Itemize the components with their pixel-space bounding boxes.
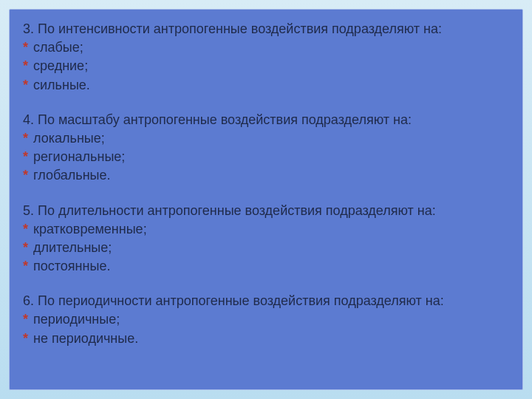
bullet-asterisk: *	[23, 148, 33, 166]
list-item-text: периодичные;	[33, 310, 120, 329]
bullet-asterisk: *	[23, 166, 33, 185]
section-heading: 5. По длительности антропогенные воздейс…	[23, 202, 509, 220]
list-item-text: слабые;	[33, 38, 83, 57]
section-6: 6. По периодичности антропогенные воздей…	[23, 292, 509, 348]
section-heading: 6. По периодичности антропогенные воздей…	[23, 292, 509, 310]
list-item-text: длительные;	[33, 239, 112, 257]
bullet-asterisk: *	[23, 220, 33, 239]
list-item: *слабые;	[23, 38, 509, 57]
bullet-asterisk: *	[23, 257, 33, 276]
section-3: 3. По интенсивности антропогенные воздей…	[23, 20, 509, 95]
list-item: *сильные.	[23, 76, 509, 95]
list-item: *кратковременные;	[23, 220, 509, 239]
list-item: *региональные;	[23, 148, 509, 166]
list-item: *локальные;	[23, 129, 509, 148]
section-5: 5. По длительности антропогенные воздейс…	[23, 202, 509, 276]
bullet-asterisk: *	[23, 76, 33, 95]
list-item-text: средние;	[33, 57, 88, 75]
list-item-text: не периодичные.	[33, 330, 138, 348]
bullet-asterisk: *	[23, 38, 33, 57]
list-item-text: локальные;	[33, 129, 105, 148]
slide-card: 3. По интенсивности антропогенные воздей…	[9, 9, 523, 390]
list-item-text: глобальные.	[33, 166, 111, 185]
list-item-text: постоянные.	[33, 257, 110, 276]
list-item: *постоянные.	[23, 257, 509, 276]
bullet-asterisk: *	[23, 310, 33, 329]
list-item-text: сильные.	[33, 76, 90, 95]
section-4: 4. По масштабу антропогенные воздействия…	[23, 111, 509, 185]
section-heading: 3. По интенсивности антропогенные воздей…	[23, 20, 509, 38]
list-item: *глобальные.	[23, 166, 509, 185]
bullet-asterisk: *	[23, 57, 33, 75]
section-heading: 4. По масштабу антропогенные воздействия…	[23, 111, 509, 129]
bullet-asterisk: *	[23, 239, 33, 257]
list-item: *периодичные;	[23, 310, 509, 329]
list-item-text: кратковременные;	[33, 220, 147, 239]
list-item: *не периодичные.	[23, 330, 509, 348]
list-item-text: региональные;	[33, 148, 125, 166]
bullet-asterisk: *	[23, 129, 33, 148]
list-item: *средние;	[23, 57, 509, 75]
bullet-asterisk: *	[23, 330, 33, 348]
list-item: *длительные;	[23, 239, 509, 257]
